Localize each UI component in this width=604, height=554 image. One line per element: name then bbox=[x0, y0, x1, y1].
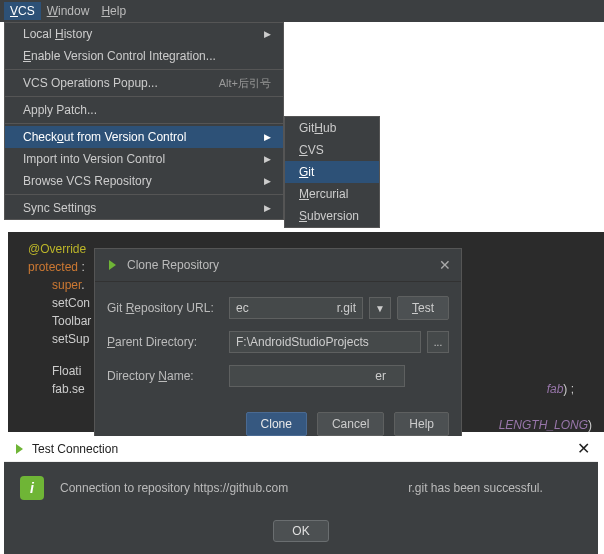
app-icon bbox=[12, 442, 26, 456]
test-button[interactable]: TestTest bbox=[397, 296, 449, 320]
menuitem-checkout-from-version-control[interactable]: Checkout from Version ControlCheckout fr… bbox=[5, 126, 283, 148]
menu-separator bbox=[5, 69, 283, 70]
submenu-item-git[interactable]: GitGit bbox=[285, 161, 379, 183]
close-icon[interactable]: ✕ bbox=[577, 439, 590, 458]
directory-name-label: Directory Name:Directory Name: bbox=[107, 369, 223, 383]
menuitem-local-history[interactable]: Local HistoryLocal History ▶ bbox=[5, 23, 283, 45]
shortcut-label: Alt+后引号 bbox=[219, 76, 271, 91]
dialog-title: Clone Repository bbox=[127, 258, 219, 272]
submenu-item-cvs[interactable]: CVSCVS bbox=[285, 139, 379, 161]
test-connection-title: Test Connection bbox=[32, 442, 118, 456]
menu-bar: VVCSCS WindowWindow HelpHelp bbox=[0, 0, 604, 22]
cancel-button[interactable]: Cancel bbox=[317, 412, 384, 436]
help-button[interactable]: Help bbox=[394, 412, 449, 436]
menu-help[interactable]: HelpHelp bbox=[95, 2, 132, 20]
menuitem-sync-settings[interactable]: Sync Settings ▶ bbox=[5, 197, 283, 219]
submenu-arrow-icon: ▶ bbox=[264, 176, 271, 186]
browse-button[interactable]: ... bbox=[427, 331, 449, 353]
git-url-input[interactable]: ecr.git bbox=[229, 297, 363, 319]
svg-marker-0 bbox=[109, 260, 116, 270]
submenu-arrow-icon: ▶ bbox=[264, 132, 271, 142]
submenu-arrow-icon: ▶ bbox=[264, 154, 271, 164]
parent-dir-label: Parent Directory:Parent Directory: bbox=[107, 335, 223, 349]
menuitem-import-into-version-control[interactable]: Import into Version Control ▶ bbox=[5, 148, 283, 170]
menu-separator bbox=[5, 194, 283, 195]
menuitem-browse-vcs-repository[interactable]: Browse VCS Repository ▶ bbox=[5, 170, 283, 192]
connection-message: Connection to repository https://github.… bbox=[60, 481, 543, 495]
menu-vcs[interactable]: VVCSCS bbox=[4, 2, 41, 20]
menuitem-apply-patch[interactable]: Apply Patch... bbox=[5, 99, 283, 121]
url-label: Git Repository URL:Git Repository URL: bbox=[107, 301, 223, 315]
menu-separator bbox=[5, 96, 283, 97]
parent-directory-input[interactable] bbox=[229, 331, 421, 353]
ok-button[interactable]: OK bbox=[273, 520, 328, 542]
submenu-arrow-icon: ▶ bbox=[264, 203, 271, 213]
checkout-submenu: GitHubGitHub CVSCVS GitGit MercurialMerc… bbox=[284, 116, 380, 228]
url-dropdown-button[interactable]: ▼ bbox=[369, 297, 391, 319]
vcs-menu-dropdown: Local HistoryLocal History ▶ Enable Vers… bbox=[4, 22, 284, 220]
app-icon bbox=[105, 258, 119, 272]
menuitem-enable-vcs-integration[interactable]: Enable Version Control Integration...Ena… bbox=[5, 45, 283, 67]
clone-repository-dialog: Clone Repository ✕ Git Repository URL:Gi… bbox=[94, 248, 462, 451]
svg-marker-1 bbox=[16, 444, 23, 454]
menu-window[interactable]: WindowWindow bbox=[41, 2, 96, 20]
submenu-item-mercurial[interactable]: MercurialMercurial bbox=[285, 183, 379, 205]
info-icon: i bbox=[20, 476, 44, 500]
menu-separator bbox=[5, 123, 283, 124]
submenu-item-subversion[interactable]: SubversionSubversion bbox=[285, 205, 379, 227]
directory-name-input[interactable] bbox=[229, 365, 405, 387]
test-connection-dialog: Test Connection ✕ i Connection to reposi… bbox=[4, 436, 598, 554]
submenu-item-github[interactable]: GitHubGitHub bbox=[285, 117, 379, 139]
clone-button[interactable]: Clone bbox=[246, 412, 307, 436]
menuitem-vcs-operations-popup[interactable]: VCS Operations Popup... Alt+后引号 bbox=[5, 72, 283, 94]
submenu-arrow-icon: ▶ bbox=[264, 29, 271, 39]
dialog-titlebar: Clone Repository ✕ bbox=[95, 249, 461, 282]
close-icon[interactable]: ✕ bbox=[439, 257, 451, 273]
